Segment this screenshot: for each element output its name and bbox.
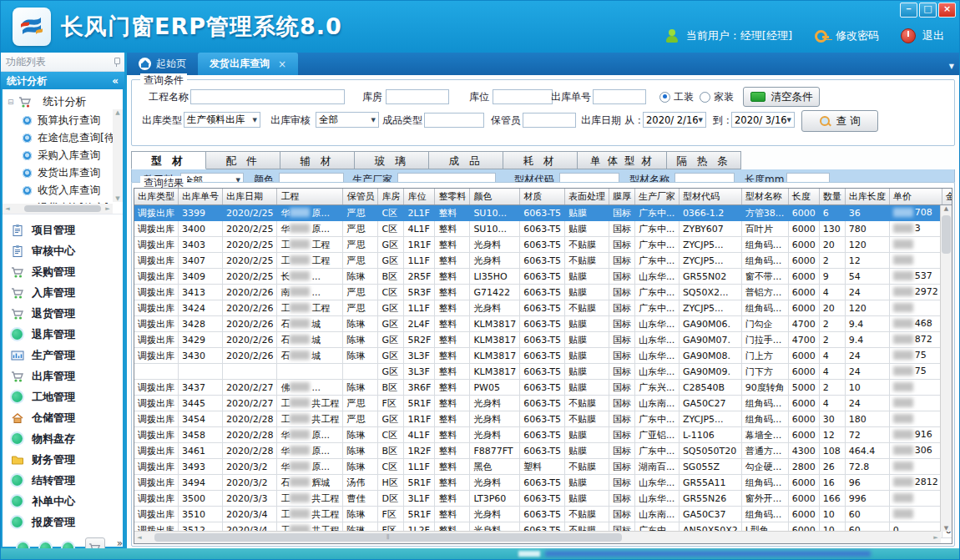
collapse-icon[interactable]: «	[112, 75, 119, 87]
scroll-left-icon[interactable]: ◄	[134, 534, 144, 541]
out-type-select[interactable]: 生产领料出库▼	[184, 112, 260, 128]
material-tab-7[interactable]: 隔 热 条	[667, 151, 741, 169]
module-0[interactable]: 项目管理	[11, 219, 123, 240]
tab-close-icon[interactable]: ×	[278, 58, 286, 70]
module-13[interactable]: 补单中心	[11, 491, 123, 512]
scroll-right-icon[interactable]: ►	[931, 534, 941, 541]
column-header-13[interactable]: 型材代码	[679, 189, 741, 205]
tree-item-0[interactable]: 预算执行查询	[6, 112, 121, 129]
module-1[interactable]: 审核中心	[11, 240, 123, 261]
material-tab-2[interactable]: 辅 材	[280, 151, 355, 169]
tree-scrollbar-horizontal[interactable]: ◄►	[3, 204, 113, 214]
table-row[interactable]: 调拨出库34932020/3/2华原...陈琳C区1L1F整料黑色塑料不贴膜国标…	[134, 459, 952, 475]
column-header-4[interactable]: 保管员	[343, 189, 378, 205]
product-type-input[interactable]	[424, 113, 484, 128]
table-row[interactable]: 调拨出库33992020/2/25华原...严思C区2L1F整料SU10...6…	[134, 205, 952, 221]
column-header-7[interactable]: 整零料	[435, 189, 470, 205]
column-header-3[interactable]: 工程	[277, 189, 343, 205]
table-row[interactable]: 调拨出库34452020/2/27工共工程严思F区5R1F整料光身料6063-T…	[134, 396, 952, 411]
order-no-input[interactable]	[593, 89, 646, 104]
module-7[interactable]: 出库管理	[11, 366, 123, 386]
column-header-5[interactable]: 库房	[378, 189, 404, 205]
section-header[interactable]: 统计分析 «	[1, 72, 124, 90]
module-10[interactable]: 物料盘存	[11, 428, 123, 449]
scroll-down-icon[interactable]: ▼	[944, 525, 948, 532]
close-button[interactable]: ×	[938, 3, 956, 18]
table-row[interactable]: 调拨出库34282020/2/26石城陈琳G区2L4F整料KLM38176063…	[134, 316, 952, 332]
logout-link[interactable]: 退出	[922, 28, 944, 43]
scroll-right-icon[interactable]: ►	[103, 205, 113, 212]
table-row[interactable]: 调拨出库34612020/2/28华原...陈琳B区1R2F整料F8877FT6…	[134, 443, 952, 459]
pin-icon[interactable]	[114, 58, 119, 67]
table-row[interactable]: 调拨出库34302020/2/26石城陈琳G区3L3F整料KLM38176063…	[134, 348, 952, 364]
column-header-14[interactable]: 型材名称	[741, 189, 788, 205]
scroll-down-icon[interactable]: ▼	[115, 195, 119, 202]
table-row[interactable]: 调拨出库35102020/3/4工共工程陈琳F区5R1F整料光身料6063-T5…	[134, 507, 952, 522]
table-row[interactable]: 调拨出库34942020/3/2石辉城汤伟H区5R1F整料光身料6063-T5贴…	[134, 475, 952, 491]
module-9[interactable]: 仓储管理	[11, 407, 123, 428]
material-tab-4[interactable]: 成 品	[429, 151, 503, 169]
column-header-8[interactable]: 颜色	[470, 189, 520, 205]
maximize-button[interactable]: □	[919, 3, 937, 18]
table-row[interactable]: 调拨出库34092020/2/25长...陈琳B区2R5F整料LI35HO606…	[134, 269, 952, 285]
audit-select[interactable]: 全部▼	[316, 112, 379, 128]
column-header-1[interactable]: 出库单号	[179, 189, 223, 205]
tree-root[interactable]: ⊟ 统计分析	[8, 94, 121, 109]
module-6[interactable]: 生产管理	[11, 345, 123, 366]
module-3[interactable]: 入库管理	[11, 282, 123, 303]
tree-scrollbar-vertical[interactable]: ▲▼	[113, 109, 123, 202]
table-row[interactable]: 调拨出库34242020/2/26工工程严思G区1L1F整料光身料6063-T5…	[134, 300, 952, 316]
table-row[interactable]: 调拨出库34372020/2/27佛...陈琳B区3R6F整料PW056063-…	[134, 380, 952, 396]
column-header-6[interactable]: 库位	[404, 189, 435, 205]
project-name-input[interactable]	[190, 89, 345, 104]
table-row[interactable]: G区3L3F整料KLM38176063-T5贴膜国标山东华...GA90M09.…	[134, 364, 952, 380]
module-4[interactable]: 退货管理	[11, 303, 123, 324]
table-scrollbar-vertical[interactable]: ▲▼	[940, 205, 952, 532]
column-header-9[interactable]: 材质	[520, 189, 565, 205]
tree-expander-icon[interactable]: ⊟	[8, 98, 14, 106]
module-5[interactable]: 退库管理	[11, 324, 123, 345]
tree-item-2[interactable]: 采购入库查询	[6, 147, 121, 164]
table-row[interactable]: 调拨出库34072020/2/25工工程严思G区1L1F整料光身料6063-T5…	[134, 253, 952, 269]
column-header-17[interactable]: 出库长度	[845, 189, 889, 205]
table-row[interactable]: 调拨出库34582020/2/28华原...陈琳C区4L1F整料光身料6063-…	[134, 427, 952, 443]
scroll-thumb[interactable]	[942, 215, 951, 254]
material-tab-3[interactable]: 玻 璃	[355, 151, 429, 169]
table-row[interactable]: 调拨出库34132020/2/26南...严思C区5R3F整料G71422606…	[134, 285, 952, 300]
column-header-19[interactable]: 金	[942, 189, 952, 205]
radio-jiazhuang[interactable]: 家装	[700, 88, 734, 105]
material-tab-1[interactable]: 配 件	[206, 151, 280, 169]
tab-home[interactable]: 起始页	[127, 53, 198, 75]
column-header-16[interactable]: 数量	[819, 189, 845, 205]
material-tab-5[interactable]: 耗 材	[503, 151, 578, 169]
module-2[interactable]: 采购管理	[11, 261, 123, 282]
tab-overflow-icon[interactable]: ▼	[949, 63, 954, 70]
module-8[interactable]: 工地管理	[11, 386, 123, 407]
column-header-12[interactable]: 生产厂家	[634, 189, 679, 205]
table-scrollbar-horizontal[interactable]: ◄⫴►	[134, 531, 941, 543]
tree-item-3[interactable]: 发货出库查询	[6, 164, 121, 182]
scroll-up-icon[interactable]: ▲	[115, 109, 119, 116]
column-header-18[interactable]: 单价	[889, 189, 942, 205]
scroll-thumb[interactable]	[24, 205, 101, 212]
scroll-left-icon[interactable]: ◄	[3, 205, 13, 212]
module-14[interactable]: 报废管理	[11, 512, 123, 532]
column-header-0[interactable]: 出库类型	[134, 189, 179, 205]
table-row[interactable]: 调拨出库34542020/2/28工共工程严思G区1R1F整料光身料6063-T…	[134, 411, 952, 427]
column-header-11[interactable]: 膜厚	[609, 189, 634, 205]
table-row[interactable]: 调拨出库34032020/2/25工工程严思G区1R1F整料光身料6063-T5…	[134, 237, 952, 253]
column-header-15[interactable]: 长度	[788, 189, 819, 205]
tree-item-1[interactable]: 在途信息查询[待	[6, 129, 121, 147]
search-button[interactable]: 查 询	[801, 110, 878, 132]
scroll-up-icon[interactable]: ▲	[944, 205, 948, 212]
minimize-button[interactable]: －	[900, 3, 917, 18]
change-password-link[interactable]: 修改密码	[836, 28, 879, 43]
warehouse-input[interactable]	[386, 89, 449, 104]
date-to-select[interactable]: 2020/ 3/16▼	[731, 112, 795, 128]
column-header-2[interactable]: 出库日期	[223, 189, 277, 205]
location-input[interactable]	[493, 89, 553, 104]
tree-item-4[interactable]: 收货入库查询	[6, 182, 121, 199]
material-tab-0[interactable]: 型 材	[131, 151, 206, 169]
material-tab-6[interactable]: 单 体 型 材	[578, 151, 667, 169]
tab-shipment-query[interactable]: 发货出库查询 ×	[198, 53, 298, 75]
